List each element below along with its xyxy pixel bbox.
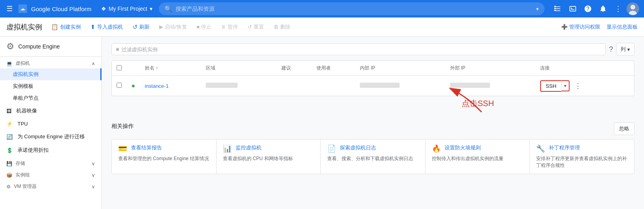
sidebar-sub-vm-instances[interactable]: 虚拟机实例 (0, 68, 101, 80)
user-avatar[interactable] (626, 2, 639, 15)
th-checkbox (112, 61, 127, 76)
row-select-checkbox[interactable] (117, 83, 122, 88)
filter-help-icon[interactable]: ? (609, 45, 613, 54)
sidebar-item-machine-images[interactable]: 🖼 机器映像 (0, 104, 101, 118)
row-zone (201, 76, 277, 96)
th-recommendation: 建议 (277, 61, 312, 76)
ignore-button[interactable]: 忽略 (614, 122, 634, 135)
related-operations-section: 相关操作 忽略 💳 查看结算报告 查看和管理您的 Compute Engine … (111, 122, 634, 174)
search-input[interactable] (176, 6, 531, 12)
right-actions: ➕管理访问权限 显示信息面板 (561, 23, 638, 31)
cloud-shell-icon[interactable] (566, 2, 580, 15)
select-all-checkbox[interactable] (117, 65, 122, 70)
sidebar-group-vm-manager[interactable]: ⚙ VM 管理器 ∨ (0, 180, 101, 192)
row-connection: SSH ▾ ⋮ (535, 76, 634, 96)
storage-chevron: ∨ (92, 161, 95, 166)
svg-rect-3 (554, 8, 556, 9)
secondary-navigation: 虚拟机实例 📋 创建实例 ⬆ 导入虚拟机 ↺ 刷新 ▶ 启动/恢复 ■ 停止 ⏸… (0, 17, 644, 37)
sidebar-item-committed-use[interactable]: 💲 承诺使用折扣 (0, 143, 101, 157)
toolbar-actions: 📋 创建实例 ⬆ 导入虚拟机 ↺ 刷新 ▶ 启动/恢复 ■ 停止 ⏸ 暂停 ↺ … (47, 21, 295, 33)
app-logo: ☁ Google Cloud Platform (18, 4, 92, 14)
row-status: ● (127, 76, 140, 96)
firewall-card-icon: 🔥 (432, 144, 441, 153)
manage-access-link[interactable]: ➕管理访问权限 (561, 23, 600, 31)
delete-button[interactable]: 🗑 删除 (269, 21, 295, 33)
sidebar-item-tpu[interactable]: ⚡ TPU (0, 118, 101, 130)
ssh-button-wrap: SSH ▾ ⋮ (540, 80, 629, 92)
row-user (312, 76, 355, 96)
svg-text:☁: ☁ (20, 6, 25, 12)
committed-use-icon: 💲 (6, 147, 13, 153)
annotation-area: 点击SSH (111, 96, 634, 116)
filter-row: ≡ ? 列 ▾ (111, 43, 634, 56)
start-button[interactable]: ▶ 启动/恢复 (155, 21, 191, 33)
sidebar-sub-sole-tenant[interactable]: 单租户节点 (0, 92, 101, 104)
filter-input-wrap[interactable]: ≡ (111, 43, 606, 55)
sidebar-sub-instance-templates[interactable]: 实例模板 (0, 80, 101, 92)
related-section-title: 相关操作 (111, 123, 134, 130)
app-title: Google Cloud Platform (31, 6, 92, 12)
create-instance-button[interactable]: 📋 创建实例 (47, 21, 85, 33)
related-card-firewall[interactable]: 🔥 设置防火墙规则 控制传入和传出虚拟机实例的流量 (425, 139, 530, 174)
marketplace-icon[interactable] (551, 2, 564, 15)
sidebar-group-vm[interactable]: 💻 虚拟机 ∧ (0, 57, 101, 68)
th-zone: 区域 (201, 61, 277, 76)
th-status (127, 61, 140, 76)
import-vm-button[interactable]: ⬆ 导入虚拟机 (86, 21, 127, 33)
reset-button[interactable]: ↺ 重置 (244, 21, 268, 33)
related-card-patch[interactable]: 🔧 补丁程序管理 安排补丁程序更新并查看虚拟机实例上的补丁程序合规性 (530, 139, 634, 174)
create-icon: 📋 (51, 23, 59, 31)
row-checkbox[interactable] (112, 76, 127, 96)
project-icon: ❖ (101, 6, 106, 12)
info-panel-link[interactable]: 显示信息面板 (607, 23, 638, 31)
sidebar-group-instance-groups[interactable]: 📦 实例组 ∨ (0, 168, 101, 180)
svg-point-6 (630, 5, 635, 10)
related-cards: 💳 查看结算报告 查看和管理您的 Compute Engine 结算情况 📊 监… (111, 139, 634, 174)
nav-actions: ⋮ (551, 2, 639, 15)
monitoring-card-icon: 📊 (223, 144, 232, 153)
more-options-icon[interactable]: ⋮ (611, 2, 625, 15)
ssh-chevron-icon: ▾ (564, 83, 566, 89)
search-dropdown-icon: ▾ (536, 6, 539, 12)
row-internal-ip (355, 76, 445, 96)
th-name[interactable]: 姓名 ↑ (140, 61, 201, 76)
pause-icon: ⏸ (221, 24, 226, 30)
svg-rect-4 (554, 10, 556, 11)
main-layout: ⚙ Compute Engine 💻 虚拟机 ∧ 虚拟机实例 实例模板 单租户节… (0, 37, 644, 209)
notifications-icon[interactable] (596, 2, 610, 15)
storage-icon: 💾 (6, 161, 12, 166)
columns-button[interactable]: 列 ▾ (616, 43, 634, 56)
th-external-ip: 外部 IP (445, 61, 535, 76)
ssh-button[interactable]: SSH (540, 80, 561, 92)
stop-button[interactable]: ■ 停止 (193, 21, 216, 33)
row-name[interactable]: instance-1 (140, 76, 201, 96)
th-connection: 连接 (535, 61, 634, 76)
refresh-icon: ↺ (133, 23, 138, 31)
pause-button[interactable]: ⏸ 暂停 (217, 21, 242, 33)
row-recommendation (277, 76, 312, 96)
sidebar-item-migrate[interactable]: 🔄 为 Compute Engine 进行迁移 (0, 130, 101, 143)
sidebar-group-storage[interactable]: 💾 存储 ∨ (0, 157, 101, 168)
vm-group-icon: 💻 (6, 61, 12, 66)
page-title: 虚拟机实例 (6, 22, 42, 32)
ssh-dropdown-button[interactable]: ▾ (561, 80, 570, 91)
project-selector[interactable]: ❖ My First Project ▾ (98, 4, 156, 14)
sidebar: ⚙ Compute Engine 💻 虚拟机 ∧ 虚拟机实例 实例模板 单租户节… (0, 37, 102, 209)
related-card-billing[interactable]: 💳 查看结算报告 查看和管理您的 Compute Engine 结算情况 (112, 139, 217, 174)
help-icon[interactable] (581, 2, 595, 15)
instance-groups-chevron: ∨ (92, 172, 95, 178)
search-bar[interactable]: 🔍 ▾ (159, 2, 544, 15)
billing-card-icon: 💳 (118, 144, 127, 153)
start-icon: ▶ (159, 24, 163, 30)
row-more-button[interactable]: ⋮ (571, 80, 585, 92)
annotation-text: 点击SSH (462, 98, 494, 109)
hamburger-menu[interactable]: ☰ (5, 3, 14, 15)
project-dropdown-icon: ▾ (150, 6, 152, 12)
th-internal-ip: 内部 IP (355, 61, 445, 76)
sidebar-title: Compute Engine (18, 43, 60, 50)
filter-input[interactable] (121, 46, 601, 52)
tpu-icon: ⚡ (6, 121, 13, 127)
related-card-logs[interactable]: 📄 探索虚拟机日志 查看、搜索、分析和下载虚拟机实例日志 (321, 139, 425, 174)
refresh-button[interactable]: ↺ 刷新 (129, 21, 154, 33)
related-card-monitoring[interactable]: 📊 监控虚拟机 查看虚拟机的 CPU 和网络等指标 (217, 139, 321, 174)
